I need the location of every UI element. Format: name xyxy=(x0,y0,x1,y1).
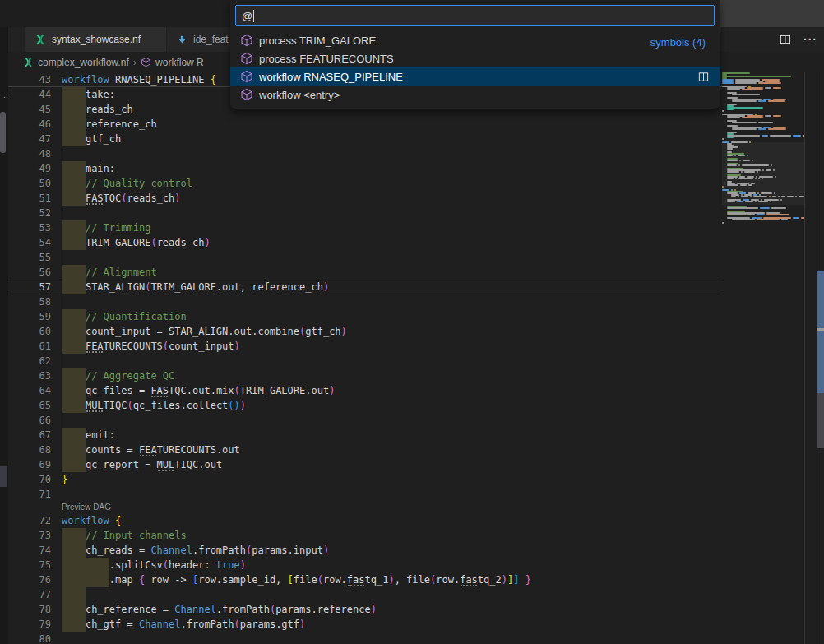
code-line-55[interactable]: 55 xyxy=(8,250,722,265)
text-cursor xyxy=(253,10,254,22)
split-editor-icon[interactable] xyxy=(779,33,792,46)
line-number[interactable]: 43 xyxy=(8,72,62,86)
code-line-48[interactable]: 48 xyxy=(8,146,722,161)
line-number[interactable]: 72 xyxy=(8,513,62,528)
code-line-57[interactable]: 57 STAR_ALIGN(TRIM_GALORE.out, reference… xyxy=(8,280,722,294)
line-number[interactable]: 53 xyxy=(8,220,62,235)
code-line-77[interactable]: 77 xyxy=(8,587,722,602)
code-line-80[interactable]: 80 xyxy=(8,632,722,644)
code-line-54[interactable]: 54 TRIM_GALORE(reads_ch) xyxy=(8,235,722,250)
line-number[interactable]: 55 xyxy=(8,250,62,265)
line-number[interactable]: 71 xyxy=(8,487,62,502)
more-actions-icon[interactable]: ··· xyxy=(803,33,817,46)
code-line-60[interactable]: 60 count_input = STAR_ALIGN.out.combine(… xyxy=(8,324,722,339)
line-number[interactable]: 69 xyxy=(8,457,62,472)
code-line-58[interactable]: 58 xyxy=(8,294,722,309)
line-number[interactable]: 58 xyxy=(8,294,62,309)
code-line-67[interactable]: 67 emit: xyxy=(8,428,722,442)
left-scrollbar-thumb[interactable] xyxy=(0,112,6,153)
line-number[interactable]: 66 xyxy=(8,413,62,428)
line-number[interactable]: 49 xyxy=(8,161,62,176)
code-line-71[interactable]: 71 xyxy=(8,487,722,502)
code-line-47[interactable]: 47 gtf_ch xyxy=(8,132,722,146)
line-number[interactable]: 51 xyxy=(8,191,62,206)
cursor-position-marker xyxy=(817,328,824,331)
code-line-72[interactable]: 72workflow { xyxy=(8,513,722,528)
line-number[interactable]: 46 xyxy=(8,117,62,132)
code-text xyxy=(62,146,722,161)
code-line-51[interactable]: 51 FASTQC(reads_ch) xyxy=(8,191,722,206)
breadcrumb-symbol[interactable]: workflow R xyxy=(155,57,204,68)
line-number[interactable]: 70 xyxy=(8,472,62,487)
code-line-74[interactable]: 74 ch_reads = Channel.fromPath(params.in… xyxy=(8,543,722,558)
code-line-52[interactable]: 52 xyxy=(8,206,722,220)
scrollbar-thumb-lower[interactable] xyxy=(817,393,824,448)
code-line-53[interactable]: 53 // Trimming xyxy=(8,220,722,235)
code-text: qc_files = FASTQC.out.mix(TRIM_GALORE.ou… xyxy=(62,383,722,398)
line-number[interactable]: 80 xyxy=(8,632,62,644)
line-number[interactable]: 47 xyxy=(8,132,62,146)
quick-open-input[interactable]: @ xyxy=(235,5,715,26)
code-line-56[interactable]: 56 // Alignment xyxy=(8,265,722,280)
code-line-63[interactable]: 63 // Aggregate QC xyxy=(8,368,722,383)
line-number[interactable]: 61 xyxy=(8,339,62,354)
line-number[interactable]: 78 xyxy=(8,602,62,617)
code-text: .map { row -> [row.sample_id, [file(row.… xyxy=(62,572,722,587)
quick-open-item-2[interactable]: workflow RNASEQ_PIPELINE xyxy=(230,67,720,86)
code-editor[interactable]: 43workflow RNASEQ_PIPELINE {44 take:45 r… xyxy=(8,72,722,644)
line-number[interactable]: 45 xyxy=(8,102,62,117)
code-line-62[interactable]: 62 xyxy=(8,354,722,368)
line-number[interactable]: 68 xyxy=(8,442,62,457)
code-line-46[interactable]: 46 reference_ch xyxy=(8,117,722,132)
line-number[interactable]: 57 xyxy=(8,280,62,294)
code-line-70[interactable]: 70} xyxy=(8,472,722,487)
line-number[interactable]: 44 xyxy=(8,87,62,102)
line-number[interactable]: 79 xyxy=(8,617,62,632)
code-line-69[interactable]: 69 qc_report = MULTIQC.out xyxy=(8,457,722,472)
codelens-preview-dag[interactable]: Preview DAG xyxy=(8,502,722,513)
scrollbar-thumb[interactable] xyxy=(817,271,824,393)
line-number[interactable]: 62 xyxy=(8,354,62,368)
line-number[interactable]: 48 xyxy=(8,146,62,161)
code-line-50[interactable]: 50 // Quality control xyxy=(8,176,722,191)
line-number[interactable]: 59 xyxy=(8,309,62,324)
tab-syntax-showcase[interactable]: syntax_showcase.nf xyxy=(25,27,166,52)
code-line-64[interactable]: 64 qc_files = FASTQC.out.mix(TRIM_GALORE… xyxy=(8,383,722,398)
open-to-side-icon[interactable] xyxy=(697,71,710,83)
code-line-59[interactable]: 59 // Quantification xyxy=(8,309,722,324)
minimap[interactable] xyxy=(722,72,804,644)
line-number[interactable]: 74 xyxy=(8,543,62,558)
line-number[interactable]: 77 xyxy=(8,587,62,602)
line-number[interactable]: 63 xyxy=(8,368,62,383)
code-line-68[interactable]: 68 counts = FEATURECOUNTS.out xyxy=(8,442,722,457)
code-line-73[interactable]: 73 // Input channels xyxy=(8,528,722,543)
code-line-76[interactable]: 76 .map { row -> [row.sample_id, [file(r… xyxy=(8,572,722,587)
symbol-cube-icon xyxy=(240,88,253,101)
code-line-79[interactable]: 79 ch_gtf = Channel.fromPath(params.gtf) xyxy=(8,617,722,632)
code-line-61[interactable]: 61 FEATURECOUNTS(count_input) xyxy=(8,339,722,354)
line-number[interactable]: 56 xyxy=(8,265,62,280)
quick-open-item-1[interactable]: process FEATURECOUNTS xyxy=(230,49,720,67)
code-line-75[interactable]: 75 .splitCsv(header: true) xyxy=(8,558,722,572)
breadcrumb-file[interactable]: complex_workflow.nf xyxy=(38,57,129,68)
line-number[interactable]: 54 xyxy=(8,235,62,250)
line-number[interactable]: 65 xyxy=(8,398,62,413)
line-number[interactable]: 75 xyxy=(8,558,62,572)
code-line-49[interactable]: 49 main: xyxy=(8,161,722,176)
line-number[interactable]: 76 xyxy=(8,572,62,587)
code-line-65[interactable]: 65 MULTIQC(qc_files.collect()) xyxy=(8,398,722,413)
code-text xyxy=(62,413,722,428)
line-number[interactable]: 67 xyxy=(8,428,62,442)
code-line-66[interactable]: 66 xyxy=(8,413,722,428)
quick-open-item-3[interactable]: workflow <entry> xyxy=(230,86,720,104)
line-number[interactable]: 60 xyxy=(8,324,62,339)
minimap-viewport[interactable] xyxy=(722,142,804,205)
code-line-78[interactable]: 78 ch_reference = Channel.fromPath(param… xyxy=(8,602,722,617)
quick-open-item-0[interactable]: process TRIM_GALORE xyxy=(230,31,720,49)
line-number[interactable]: 50 xyxy=(8,176,62,191)
quick-open-popup: @ process TRIM_GALOREprocess FEATURECOUN… xyxy=(230,0,720,109)
code-text: TRIM_GALORE(reads_ch) xyxy=(62,235,722,250)
line-number[interactable]: 52 xyxy=(8,206,62,220)
line-number[interactable]: 64 xyxy=(8,383,62,398)
line-number[interactable]: 73 xyxy=(8,528,62,543)
